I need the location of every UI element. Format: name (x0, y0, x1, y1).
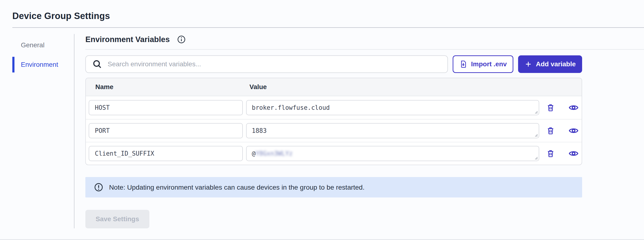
content-area: General Environment Environment Variable… (0, 28, 644, 228)
save-settings-button[interactable]: Save Settings (85, 210, 150, 228)
env-toolbar: Import .env Add variable (85, 55, 582, 73)
page-title: Device Group Settings (12, 11, 644, 21)
env-value-text: 1883 (252, 127, 267, 134)
import-env-label: Import .env (471, 60, 507, 68)
toggle-visibility-button[interactable] (568, 103, 578, 112)
search-box (85, 55, 448, 73)
env-name-input[interactable]: PORT (89, 123, 243, 138)
env-name-text: HOST (95, 104, 110, 111)
table-header: Name Value (86, 78, 582, 96)
env-value-text: @ (252, 150, 256, 157)
plus-icon (524, 60, 532, 68)
alert-circle-icon (94, 182, 104, 192)
column-header-value: Value (246, 83, 582, 91)
delete-variable-button[interactable] (546, 126, 555, 135)
sidebar-divider (74, 34, 74, 228)
toggle-visibility-button[interactable] (568, 127, 578, 135)
import-env-button[interactable]: Import .env (453, 55, 513, 73)
row-actions (546, 149, 578, 158)
resize-handle-icon[interactable] (534, 133, 538, 137)
sidebar-item-label: General (21, 41, 44, 49)
search-input[interactable] (108, 60, 442, 68)
note-banner: Note: Updating environment variables can… (85, 177, 582, 197)
add-variable-button[interactable]: Add variable (518, 55, 582, 73)
document-download-icon (459, 60, 467, 68)
search-icon (92, 59, 102, 69)
heading-divider (85, 49, 644, 50)
env-value-text: broker.flowfuse.cloud (252, 104, 330, 111)
env-name-input[interactable]: Client_ID_SUFFIX (89, 146, 243, 161)
table-row: Client_ID_SUFFIX @ Y8Gxn3WLYz (86, 142, 582, 165)
toggle-visibility-button[interactable] (568, 149, 578, 158)
env-value-input[interactable]: broker.flowfuse.cloud (246, 100, 539, 115)
env-value-input[interactable]: @ Y8Gxn3WLYz (246, 146, 539, 161)
env-value-input[interactable]: 1883 (246, 123, 539, 138)
row-actions (546, 126, 578, 135)
sidebar-item-label: Environment (21, 61, 58, 68)
panel-heading: Environment Variables (85, 35, 170, 44)
env-name-input[interactable]: HOST (89, 100, 243, 115)
env-name-text: Client_ID_SUFFIX (95, 150, 154, 157)
resize-handle-icon[interactable] (534, 156, 538, 160)
page-header: Device Group Settings (0, 0, 644, 21)
delete-variable-button[interactable] (546, 149, 555, 158)
column-header-name: Name (86, 83, 246, 91)
env-value-masked-text: Y8Gxn3WLYz (256, 150, 293, 157)
add-variable-label: Add variable (536, 60, 576, 68)
row-actions (546, 103, 578, 112)
delete-variable-button[interactable] (546, 103, 555, 112)
info-icon[interactable] (177, 35, 186, 44)
resize-handle-icon[interactable] (534, 110, 538, 114)
table-row: HOST broker.flowfuse.cloud (86, 96, 582, 119)
env-variables-table: Name Value HOST broker.flowfuse.cloud (85, 78, 582, 165)
table-row: PORT 1883 (86, 119, 582, 142)
env-name-text: PORT (95, 127, 110, 134)
note-text: Note: Updating environment variables can… (109, 183, 364, 191)
sidebar-item-environment[interactable]: Environment (0, 56, 74, 73)
environment-panel: Environment Variables (74, 28, 644, 228)
sidebar-item-general[interactable]: General (0, 37, 74, 53)
settings-sidebar: General Environment (0, 28, 74, 228)
